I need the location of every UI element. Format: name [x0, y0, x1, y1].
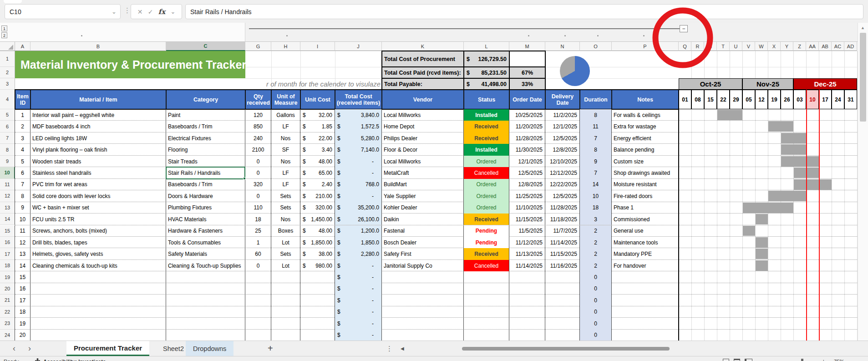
- add-sheet-button[interactable]: +: [268, 341, 273, 356]
- cell-qty[interactable]: 18: [245, 214, 271, 225]
- column-header-R[interactable]: R: [691, 42, 704, 51]
- cell-empty[interactable]: [30, 306, 166, 318]
- cell-status[interactable]: Ordered: [464, 190, 509, 202]
- row-header-13[interactable]: 13: [0, 202, 15, 214]
- cell-duration[interactable]: 0: [580, 306, 612, 318]
- column-header-P[interactable]: P: [612, 42, 679, 51]
- cell-empty[interactable]: [271, 283, 300, 295]
- cell-duration[interactable]: 3: [580, 214, 612, 225]
- cell-duration[interactable]: 0: [580, 271, 612, 283]
- cell-category[interactable]: Electrical Fixtures: [166, 132, 245, 144]
- cell-empty[interactable]: [545, 318, 580, 329]
- cell-duration[interactable]: 8: [580, 109, 612, 121]
- cell-order-date[interactable]: 11/15/2025: [509, 214, 545, 225]
- cell-unit-cost[interactable]: $1.85: [300, 121, 335, 132]
- row-header-8[interactable]: 8: [0, 144, 15, 155]
- zoom-out-icon[interactable]: −: [759, 358, 762, 361]
- cell-material[interactable]: Stainless steel handrails: [30, 167, 166, 178]
- cell-status[interactable]: Ordered: [464, 202, 509, 214]
- cell-delivery-date[interactable]: 11/16/2025: [545, 260, 580, 271]
- cell-duration[interactable]: 11: [580, 121, 612, 132]
- cell-empty[interactable]: [245, 295, 271, 306]
- column-header-Q[interactable]: Q: [679, 42, 691, 51]
- cell-status[interactable]: Received: [464, 248, 509, 259]
- horizontal-scroll-thumb[interactable]: [462, 347, 670, 351]
- prev-sheet-icon[interactable]: ‹: [13, 341, 15, 356]
- cell-status[interactable]: Received: [464, 214, 509, 225]
- cell-empty[interactable]: [166, 306, 245, 318]
- row-header-10[interactable]: 10: [0, 167, 15, 178]
- cell-unit[interactable]: Lot: [271, 237, 300, 248]
- cell-category[interactable]: Doors & Hardware: [166, 190, 245, 202]
- cell-empty[interactable]: [300, 295, 335, 306]
- scroll-up-icon[interactable]: ▲: [861, 25, 865, 30]
- cell-notes[interactable]: Custom size: [612, 156, 679, 167]
- cell-empty[interactable]: [30, 330, 166, 341]
- row-header-15[interactable]: 15: [0, 225, 15, 237]
- row-header-9[interactable]: 9: [0, 156, 15, 167]
- column-header-T[interactable]: T: [717, 42, 730, 51]
- cell-vendor[interactable]: Bosch Dealer: [382, 237, 464, 248]
- cell-order-date[interactable]: 11/14/2025: [509, 260, 545, 271]
- cell-order-date[interactable]: 12/8/2025: [509, 179, 545, 190]
- column-header-A[interactable]: A: [15, 42, 30, 51]
- formula-input[interactable]: Stair Rails / Handrails: [185, 4, 863, 19]
- cell-item-id[interactable]: 5: [15, 156, 30, 167]
- cell-empty[interactable]: [166, 295, 245, 306]
- cell-empty[interactable]: [271, 306, 300, 318]
- row-header-7[interactable]: 7: [0, 132, 15, 144]
- cell-qty[interactable]: 110: [245, 202, 271, 214]
- cell-unit[interactable]: Gallons: [271, 109, 300, 121]
- chevron-down-icon[interactable]: ⌄: [170, 8, 175, 15]
- cell-empty[interactable]: [30, 283, 166, 295]
- cell-unit[interactable]: Lot: [271, 260, 300, 271]
- cell-total-cost[interactable]: $-: [335, 318, 382, 329]
- column-header-V[interactable]: V: [742, 42, 755, 51]
- cell-duration[interactable]: 2: [580, 237, 612, 248]
- cell-empty[interactable]: [382, 306, 464, 318]
- cell-category[interactable]: Baseboards / Trim: [166, 179, 245, 190]
- cell-empty[interactable]: [464, 271, 509, 283]
- cell-empty[interactable]: [300, 283, 335, 295]
- cell-order-date[interactable]: 11/25/2025: [509, 190, 545, 202]
- row-header-24[interactable]: 24: [0, 330, 15, 341]
- cell-delivery-date[interactable]: 12/1/2025: [545, 121, 580, 132]
- cell-unit[interactable]: LF: [271, 167, 300, 178]
- outline-level-2-button[interactable]: 2: [1, 32, 7, 38]
- cell-notes[interactable]: Balance pending: [612, 144, 679, 155]
- cell-vendor[interactable]: Kohler Dealer: [382, 202, 464, 214]
- tab-dropdowns[interactable]: Dropdowns: [186, 341, 233, 356]
- cell-total-cost[interactable]: $-: [335, 156, 382, 167]
- cell-empty[interactable]: [300, 306, 335, 318]
- cell-empty[interactable]: [464, 330, 509, 341]
- cell-item-id[interactable]: 1: [15, 109, 30, 121]
- cell-notes[interactable]: For handover: [612, 260, 679, 271]
- cell-item-id[interactable]: 4: [15, 144, 30, 155]
- cell-qty[interactable]: 120: [245, 109, 271, 121]
- cell-empty[interactable]: [382, 295, 464, 306]
- pie-chart[interactable]: [560, 56, 590, 86]
- cell-qty[interactable]: 0: [245, 190, 271, 202]
- column-header-AB[interactable]: AB: [819, 42, 832, 51]
- cell-duration[interactable]: 2: [580, 225, 612, 237]
- column-header-H[interactable]: H: [271, 42, 300, 51]
- cell-total-cost[interactable]: $-: [335, 190, 382, 202]
- cell-empty[interactable]: [612, 271, 679, 283]
- view-normal-icon[interactable]: [723, 359, 729, 361]
- row-header-1[interactable]: 1: [0, 51, 15, 67]
- cell-empty[interactable]: [509, 271, 545, 283]
- cell-order-date[interactable]: 11/12/2025: [509, 237, 545, 248]
- cell-item-id[interactable]: 15: [15, 271, 30, 283]
- cell-empty[interactable]: [545, 295, 580, 306]
- cell-vendor[interactable]: MetalCraft: [382, 167, 464, 178]
- cell-unit[interactable]: LF: [271, 121, 300, 132]
- cell-empty[interactable]: [245, 271, 271, 283]
- zoom-level[interactable]: 75%: [834, 359, 844, 361]
- cell-empty[interactable]: [271, 318, 300, 329]
- cell-category[interactable]: Tools & Consumables: [166, 237, 245, 248]
- cell-notes[interactable]: Commissioned: [612, 214, 679, 225]
- cell-unit-cost[interactable]: $210.00: [300, 190, 335, 202]
- cell-delivery-date[interactable]: 12/8/2025: [545, 144, 580, 155]
- cell-unit-cost[interactable]: $1,850.00: [300, 237, 335, 248]
- cell-qty[interactable]: 850: [245, 121, 271, 132]
